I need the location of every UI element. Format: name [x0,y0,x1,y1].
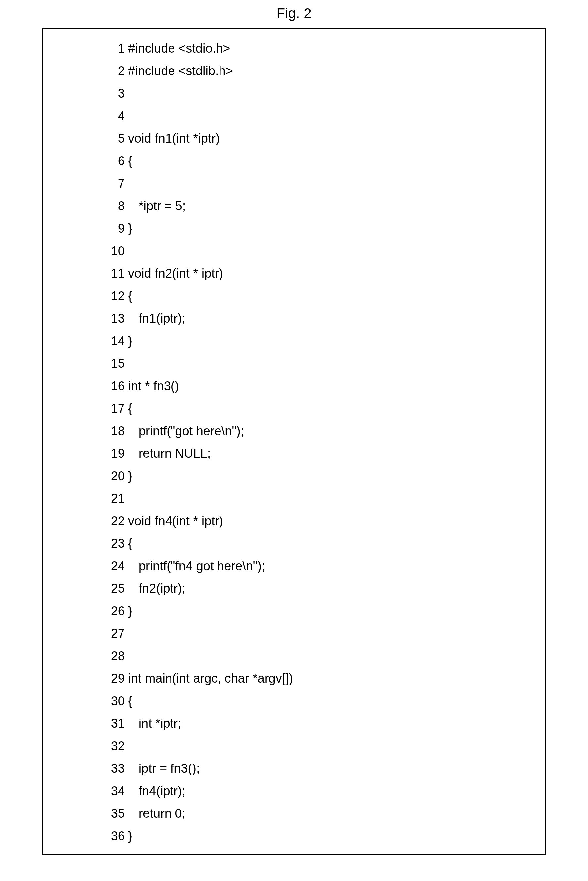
code-line: 16int * fn3() [110,380,544,392]
line-number: 31 [110,717,125,730]
line-number: 19 [110,447,125,460]
line-number: 15 [110,357,125,370]
line-number: 22 [110,515,125,527]
code-line: 19 return NULL; [110,447,544,460]
code-listing-box: 1#include <stdio.h> 2#include <stdlib.h>… [42,28,546,855]
line-number: 34 [110,785,125,797]
line-text: *iptr = 5; [128,199,186,213]
line-text: { [128,694,132,708]
line-number: 24 [110,560,125,572]
code-line: 7 [110,177,544,190]
code-line: 12{ [110,289,544,302]
figure-caption: Fig. 2 [0,0,588,28]
code-line: 27 [110,627,544,640]
code-line: 20} [110,470,544,482]
code-line: 15 [110,357,544,370]
line-text: int *iptr; [128,716,182,730]
code-line: 25 fn2(iptr); [110,582,544,595]
line-number: 33 [110,762,125,775]
code-line: 21 [110,492,544,505]
line-number: 13 [110,312,125,325]
code-line: 29int main(int argc, char *argv[]) [110,672,544,685]
page-container: Fig. 2 1#include <stdio.h> 2#include <st… [0,0,588,881]
line-number: 1 [110,42,125,55]
code-line: 31 int *iptr; [110,717,544,730]
line-text: #include <stdio.h> [128,41,230,55]
code-line: 36} [110,830,544,842]
code-line: 6{ [110,154,544,167]
code-line: 26} [110,605,544,617]
code-line: 5void fn1(int *iptr) [110,132,544,145]
code-line: 3 [110,87,544,100]
line-number: 2 [110,64,125,77]
line-text: return NULL; [128,446,211,460]
line-text: } [128,334,132,348]
line-text: #include <stdlib.h> [128,64,233,78]
line-number: 35 [110,807,125,820]
line-text: fn1(iptr); [128,312,185,325]
line-number: 27 [110,627,125,640]
line-text: printf("got here\n"); [128,424,244,438]
code-line: 9} [110,222,544,235]
code-line: 1#include <stdio.h> [110,42,544,55]
line-text: int * fn3() [128,379,179,393]
line-number: 6 [110,154,125,167]
line-number: 29 [110,672,125,685]
line-number: 16 [110,380,125,392]
line-text: void fn2(int * iptr) [128,267,223,280]
line-number: 12 [110,289,125,302]
line-text: iptr = fn3(); [128,761,200,775]
code-line: 33 iptr = fn3(); [110,762,544,775]
line-number: 11 [110,267,125,280]
code-line: 28 [110,650,544,662]
code-line: 17{ [110,402,544,415]
code-line: 18 printf("got here\n"); [110,425,544,437]
line-number: 5 [110,132,125,145]
line-number: 8 [110,199,125,212]
line-text: { [128,402,132,415]
code-line: 24 printf("fn4 got here\n"); [110,560,544,572]
line-text: } [128,222,132,235]
code-line: 30{ [110,695,544,707]
line-number: 20 [110,470,125,482]
line-number: 30 [110,695,125,707]
line-text: } [128,829,132,843]
line-text: void fn1(int *iptr) [128,131,220,145]
line-text: return 0; [128,806,185,820]
line-number: 17 [110,402,125,415]
line-number: 36 [110,830,125,842]
line-number: 9 [110,222,125,235]
line-number: 18 [110,425,125,437]
line-text: { [128,154,132,168]
code-line: 23{ [110,537,544,550]
line-number: 7 [110,177,125,190]
line-text: } [128,469,132,483]
code-line: 34 fn4(iptr); [110,785,544,797]
line-number: 32 [110,740,125,752]
line-number: 25 [110,582,125,595]
line-text: { [128,289,132,303]
line-text: printf("fn4 got here\n"); [128,559,265,573]
line-text: } [128,604,132,618]
code-line: 2#include <stdlib.h> [110,64,544,77]
code-line: 8 *iptr = 5; [110,199,544,212]
code-line: 35 return 0; [110,807,544,820]
code-line: 14} [110,335,544,347]
line-text: void fn4(int * iptr) [128,514,223,528]
code-line: 13 fn1(iptr); [110,312,544,325]
line-text: int main(int argc, char *argv[]) [128,671,293,685]
code-line: 4 [110,109,544,122]
line-number: 3 [110,87,125,100]
line-text: { [128,536,132,550]
line-number: 21 [110,492,125,505]
code-line: 11void fn2(int * iptr) [110,267,544,280]
line-text: fn4(iptr); [128,784,185,798]
line-text: fn2(iptr); [128,581,185,595]
line-number: 28 [110,650,125,662]
code-line: 10 [110,244,544,257]
line-number: 26 [110,605,125,617]
line-number: 23 [110,537,125,550]
line-number: 14 [110,335,125,347]
line-number: 10 [110,244,125,257]
code-line: 32 [110,740,544,752]
